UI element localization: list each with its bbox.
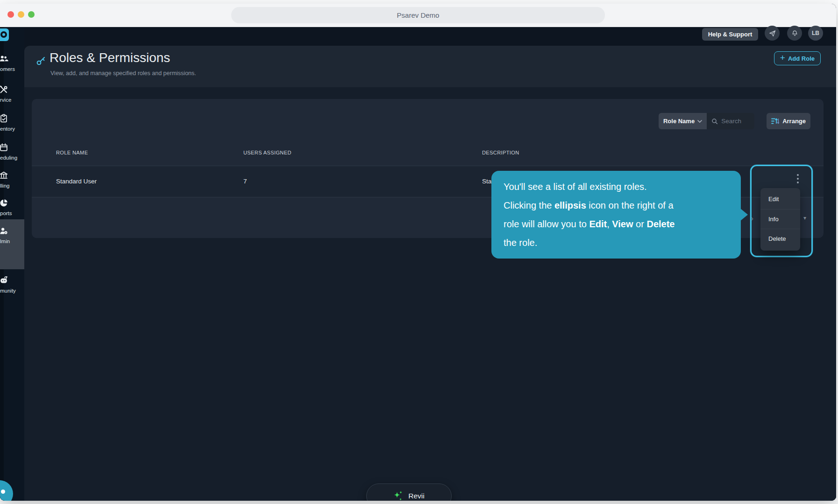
sidebar-item-label: ports — [0, 210, 12, 216]
send-feedback-button[interactable] — [765, 26, 780, 41]
sidebar-item-label: eduling — [0, 155, 17, 161]
service-tools-icon — [0, 84, 9, 95]
close-window-button[interactable] — [7, 11, 14, 18]
table-controls: Role Name — [659, 113, 810, 129]
sidebar-item-label: omers — [0, 66, 15, 72]
admin-user-gear-icon — [0, 226, 9, 236]
reports-piechart-icon — [0, 198, 9, 208]
inventory-clipboard-icon — [0, 113, 9, 124]
sparkles-icon — [393, 490, 404, 501]
page-header: Roles & Permissions View, add, and manag… — [24, 46, 836, 87]
plus-icon: + — [780, 53, 785, 63]
row-context-menu: Edit Info Delete — [760, 188, 800, 251]
menu-item-delete[interactable]: Delete — [760, 229, 800, 248]
tooltip-line: You'll see a list of all existing roles. — [504, 177, 729, 196]
key-icon — [36, 55, 47, 66]
app-content: omers rvice entory — [0, 27, 836, 501]
arrange-sort-icon — [771, 118, 779, 125]
user-avatar[interactable]: LB — [808, 26, 823, 41]
scheduling-calendar-icon — [0, 142, 9, 153]
help-support-button[interactable]: Help & Support — [702, 28, 758, 41]
sidebar-item-service[interactable]: rvice — [0, 84, 24, 108]
arrange-label: Arrange — [782, 118, 806, 125]
customers-icon — [0, 54, 9, 64]
column-header-role-name: ROLE NAME — [56, 150, 88, 155]
notifications-button[interactable] — [787, 26, 802, 41]
sidebar-item-customers[interactable]: omers — [0, 54, 24, 77]
sidebar-item-label: entory — [0, 126, 15, 132]
chevron-down-icon — [697, 120, 702, 123]
paper-plane-icon — [768, 29, 776, 37]
sidebar-item-community[interactable]: munity — [0, 275, 24, 299]
search-icon — [711, 118, 718, 125]
window-title: Psarev Demo — [231, 7, 605, 23]
logo-ring — [0, 31, 7, 38]
app-logo-icon[interactable] — [0, 28, 9, 41]
revii-label: Revii — [408, 492, 424, 500]
sidebar-item-label: lmin — [0, 238, 10, 244]
help-mark-icon — [1, 490, 5, 494]
revii-assistant-button[interactable]: Revii — [366, 483, 452, 501]
walkthrough-tooltip: You'll see a list of all existing roles.… — [491, 171, 741, 259]
bell-icon — [791, 29, 799, 37]
sidebar-item-label: lling — [0, 183, 9, 189]
sidebar-item-scheduling[interactable]: eduling — [0, 142, 24, 166]
column-header-description: DESCRIPTION — [482, 150, 519, 155]
sidebar-item-billing[interactable]: lling — [0, 170, 24, 194]
arrange-button[interactable]: Arrange — [767, 113, 810, 129]
filter-search-group: Role Name — [659, 113, 754, 129]
search-input[interactable] — [721, 118, 754, 125]
column-header-users-assigned: USERS ASSIGNED — [243, 150, 291, 155]
sidebar: omers rvice entory — [0, 27, 24, 501]
cell-users-assigned: 7 — [243, 178, 247, 185]
tooltip-line: the role. — [504, 233, 729, 252]
filter-field-dropdown[interactable]: Role Name — [659, 113, 707, 129]
app-window: Psarev Demo omers rvice — [0, 4, 836, 501]
macos-titlebar: Psarev Demo — [0, 4, 836, 27]
sidebar-item-label: munity — [0, 288, 16, 294]
sidebar-item-reports[interactable]: ports — [0, 198, 24, 221]
menu-item-edit[interactable]: Edit — [760, 189, 800, 209]
sidebar-item-admin[interactable]: lmin — [0, 226, 24, 249]
add-role-button[interactable]: + Add Role — [774, 51, 821, 65]
tooltip-line: role will allow you to Edit, View or Del… — [504, 215, 729, 233]
sidebar-item-label: rvice — [0, 97, 11, 103]
cell-role-name: Standard User — [56, 178, 97, 185]
filter-field-label: Role Name — [663, 118, 695, 125]
screen: Psarev Demo omers rvice — [0, 0, 838, 504]
tooltip-line: Clicking the ellipsis icon on the right … — [504, 196, 729, 215]
search-box — [707, 113, 754, 129]
tooltip-arrow — [740, 208, 748, 221]
page-subtitle: View, add, and manage specified roles an… — [50, 70, 196, 77]
menu-item-info[interactable]: Info — [760, 209, 800, 229]
page-title: Roles & Permissions — [50, 50, 170, 65]
community-mascot-icon — [0, 275, 9, 286]
minimize-window-button[interactable] — [18, 11, 24, 18]
billing-bank-icon — [0, 170, 9, 181]
add-role-label: Add Role — [788, 55, 815, 62]
sidebar-item-inventory[interactable]: entory — [0, 113, 24, 137]
zoom-window-button[interactable] — [28, 11, 35, 18]
